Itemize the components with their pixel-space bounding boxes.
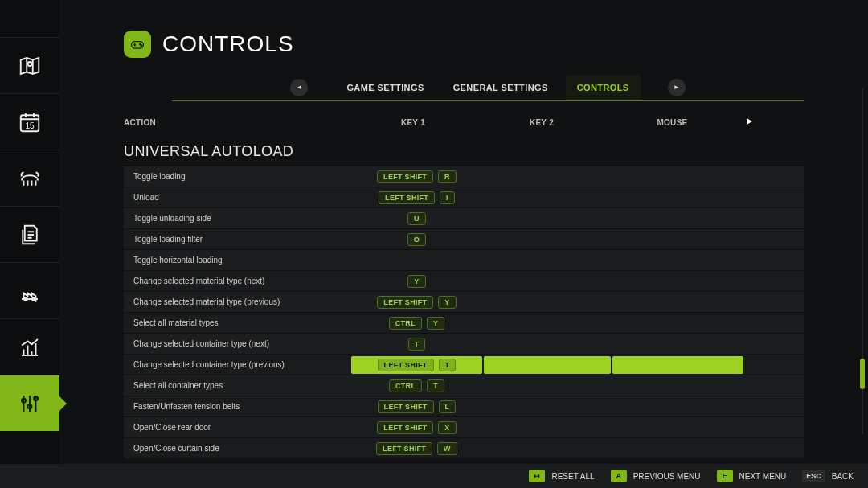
key1-cell[interactable] <box>351 252 482 269</box>
key2-cell[interactable] <box>484 377 611 395</box>
sidebar-item-settings[interactable] <box>0 375 59 431</box>
section-heading: UNIVERSAL AUTOLOAD <box>124 143 804 160</box>
key1-cell[interactable]: O <box>351 231 482 248</box>
key1-cell[interactable]: T <box>351 335 482 353</box>
binding-row[interactable]: Change selected container type (previous… <box>124 355 804 375</box>
key1-cell[interactable]: LEFT SHIFTL <box>351 398 482 416</box>
key1-cell[interactable]: U <box>351 210 482 228</box>
key2-cell[interactable] <box>484 419 611 437</box>
reset-all-button[interactable]: ↤ RESET ALL <box>529 470 594 482</box>
previous-menu-button[interactable]: A PREVIOUS MENU <box>611 470 701 482</box>
key2-cell[interactable] <box>484 356 611 374</box>
back-button[interactable]: ESC BACK <box>802 470 854 482</box>
binding-row[interactable]: Change selected container type (next)T <box>124 334 804 354</box>
mouse-cell[interactable] <box>612 273 743 290</box>
key1-cell[interactable]: Y <box>351 273 482 290</box>
mouse-cell[interactable] <box>612 293 743 311</box>
keycap: Y <box>427 317 444 330</box>
mouse-cell[interactable] <box>612 252 743 269</box>
sidebar: 15 <box>0 0 59 488</box>
prev-tab-button[interactable]: ◄ <box>290 79 308 96</box>
action-label: Unload <box>133 193 350 202</box>
key2-cell[interactable] <box>484 273 611 290</box>
keycap: LEFT SHIFT <box>378 359 434 371</box>
key2-cell[interactable] <box>484 231 611 248</box>
key2-cell[interactable] <box>484 210 611 228</box>
keycap: R <box>438 170 457 183</box>
tab-game-settings[interactable]: GAME SETTINGS <box>335 76 435 100</box>
mouse-cell[interactable] <box>612 231 743 248</box>
scrollbar-handle[interactable] <box>860 359 865 389</box>
scroll-right-button[interactable] <box>743 116 755 129</box>
key1-cell[interactable]: CTRLY <box>351 314 482 332</box>
key2-cell[interactable] <box>484 398 611 416</box>
mouse-cell[interactable] <box>612 314 743 332</box>
keycap: LEFT SHIFT <box>377 296 433 309</box>
key1-cell[interactable]: CTRLT <box>351 377 482 395</box>
binding-row[interactable]: Select all container typesCTRLT <box>124 375 804 396</box>
mouse-cell[interactable] <box>612 168 743 186</box>
key2-cell[interactable] <box>484 168 611 186</box>
keycap: LEFT SHIFT <box>377 170 433 183</box>
binding-row[interactable]: UnloadLEFT SHIFTI <box>124 187 804 207</box>
mouse-cell[interactable] <box>612 440 743 457</box>
key2-cell[interactable] <box>484 189 611 207</box>
mouse-cell[interactable] <box>612 377 743 395</box>
tabs: ◄ GAME SETTINGS GENERAL SETTINGS CONTROL… <box>172 74 804 101</box>
next-menu-button[interactable]: E NEXT MENU <box>717 470 787 482</box>
play-icon <box>743 116 755 127</box>
sidebar-item-calendar[interactable]: 15 <box>0 93 59 150</box>
keycap: U <box>407 212 426 225</box>
documents-icon <box>18 223 42 247</box>
binding-row[interactable]: Toggle unloading sideU <box>124 208 804 228</box>
mouse-cell[interactable] <box>612 210 743 228</box>
map-icon <box>18 54 42 78</box>
key1-cell[interactable]: LEFT SHIFTX <box>351 419 482 437</box>
key2-cell[interactable] <box>484 314 611 332</box>
tab-general-settings[interactable]: GENERAL SETTINGS <box>442 76 559 100</box>
sidebar-item-production[interactable] <box>0 262 59 318</box>
next-label: NEXT MENU <box>739 472 787 481</box>
next-tab-button[interactable]: ► <box>668 79 686 96</box>
prev-key-icon: A <box>611 470 627 482</box>
key1-cell[interactable]: LEFT SHIFTY <box>351 293 482 311</box>
binding-row[interactable]: Open/Close rear doorLEFT SHIFTX <box>124 417 804 437</box>
bindings-table: Toggle loadingLEFT SHIFTRUnloadLEFT SHIF… <box>124 166 804 458</box>
action-label: Select all material types <box>133 318 350 327</box>
action-label: Toggle loading <box>133 172 350 181</box>
tab-controls[interactable]: CONTROLS <box>566 76 641 100</box>
svg-point-9 <box>140 43 141 45</box>
binding-row[interactable]: Change selected material type (next)Y <box>124 271 804 291</box>
mouse-cell[interactable] <box>612 335 743 353</box>
keycap: T <box>427 379 444 392</box>
key2-cell[interactable] <box>484 440 611 457</box>
svg-point-0 <box>28 62 32 66</box>
binding-row[interactable]: Fasten/Unfasten tension beltsLEFT SHIFTL <box>124 396 804 416</box>
sidebar-item-animals[interactable] <box>0 150 59 206</box>
mouse-cell[interactable] <box>612 189 743 207</box>
key1-cell[interactable]: LEFT SHIFTI <box>351 189 482 207</box>
key1-cell[interactable]: LEFT SHIFTT <box>351 356 482 374</box>
binding-row[interactable]: Change selected material type (previous)… <box>124 292 804 312</box>
sidebar-item-stats[interactable] <box>0 318 59 375</box>
mouse-cell[interactable] <box>612 398 743 416</box>
key2-cell[interactable] <box>484 335 611 353</box>
binding-row[interactable]: Select all material typesCTRLY <box>124 313 804 333</box>
binding-row[interactable]: Toggle loadingLEFT SHIFTR <box>124 166 804 187</box>
keycap: LEFT SHIFT <box>379 191 435 204</box>
key2-cell[interactable] <box>484 293 611 311</box>
binding-row[interactable]: Toggle horizontal loading <box>124 250 804 270</box>
binding-row[interactable]: Toggle loading filterO <box>124 229 804 249</box>
keycap: O <box>407 233 426 246</box>
sidebar-item-map[interactable] <box>0 37 59 93</box>
svg-point-10 <box>141 45 142 47</box>
key1-cell[interactable]: LEFT SHIFTR <box>351 168 482 186</box>
mouse-cell[interactable] <box>612 419 743 437</box>
mouse-cell[interactable] <box>612 356 743 374</box>
key1-cell[interactable]: LEFT SHIFTW <box>351 440 482 457</box>
action-label: Change selected material type (next) <box>133 277 350 285</box>
binding-row[interactable]: Open/Close curtain sideLEFT SHIFTW <box>124 438 804 458</box>
sidebar-item-contracts[interactable] <box>0 206 59 262</box>
col-action: ACTION <box>124 118 349 127</box>
key2-cell[interactable] <box>484 252 611 269</box>
